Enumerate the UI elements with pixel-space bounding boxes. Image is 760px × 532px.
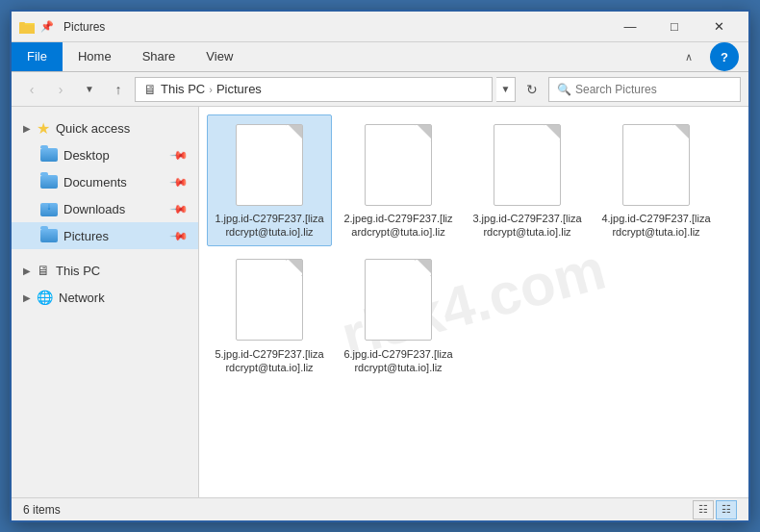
downloads-pin-icon: 📌 [169,199,190,219]
this-pc-label: This PC [56,264,100,278]
ribbon: File Home Share View ∧ ? [12,42,748,72]
ribbon-tabs: File Home Share View [12,42,248,71]
ribbon-collapse-button[interactable]: ∧ [675,51,702,63]
path-separator-1: › [209,84,213,95]
pc-icon: 🖥 [37,263,50,278]
network-icon: 🌐 [37,290,53,305]
list-item[interactable]: 5.jpg.id-C279F237.[lizardcrypt@tuta.io].… [207,250,332,382]
file-icon-4 [618,121,695,208]
status-count: 6 items [23,503,61,517]
desktop-label: Desktop [63,148,110,163]
tab-file[interactable]: File [12,42,63,71]
file-page-3 [494,124,561,206]
sidebar: ▶ ★ Quick access Desktop 📌 Documents 📌 [12,107,199,497]
svg-rect-3 [19,22,25,25]
list-item[interactable]: 3.jpg.id-C279F237.[lizardcrypt@tuta.io].… [465,114,590,246]
file-icon-1 [231,121,308,208]
file-name-4: 4.jpg.id-C279F237.[lizardcrypt@tuta.io].… [600,212,712,240]
expand-icon: ▶ [23,123,31,134]
view-controls: ☷ ☷ [693,500,737,519]
back-button[interactable]: ‹ [19,77,44,102]
desktop-folder-icon [40,148,58,162]
star-icon: ★ [37,119,50,138]
quick-access-label: Quick access [56,121,130,136]
download-arrow-icon: ↓ [47,201,52,212]
close-button[interactable]: ✕ [697,12,741,42]
file-grid: 1.jpg.id-C279F237.[lizardcrypt@tuta.io].… [207,114,741,381]
file-page-4 [622,124,690,206]
address-bar: ‹ › ▼ ↑ 🖥 This PC › Pictures ▼ ↻ 🔍 [12,72,748,107]
sidebar-item-downloads[interactable]: ↓ Downloads 📌 [12,195,198,222]
window-title: Pictures [63,20,105,34]
main-content: ▶ ★ Quick access Desktop 📌 Documents 📌 [12,107,748,497]
file-name-3: 3.jpg.id-C279F237.[lizardcrypt@tuta.io].… [471,212,583,240]
dropdown-button[interactable]: ▼ [77,77,102,102]
sidebar-item-desktop[interactable]: Desktop 📌 [12,141,198,168]
minimize-button[interactable]: — [608,12,652,42]
network-label: Network [59,291,105,305]
refresh-button[interactable]: ↻ [519,77,545,102]
svg-rect-2 [19,25,35,34]
file-area: risk4.com 1.jpg.id-C279F237.[lizardcrypt… [199,107,748,497]
sidebar-item-network[interactable]: ▶ 🌐 Network [12,284,198,311]
file-page-1 [236,124,303,206]
file-page-5 [236,259,303,341]
file-icon-5 [231,257,308,343]
folder-icon [19,19,35,35]
documents-pin-icon: 📌 [169,172,190,192]
list-item[interactable]: 4.jpg.id-C279F237.[lizardcrypt@tuta.io].… [594,114,719,246]
documents-folder-icon [40,175,58,189]
pictures-pin-icon: 📌 [169,226,190,246]
file-icon-2 [360,121,437,208]
pin-icon: 📌 [40,20,54,33]
search-box[interactable]: 🔍 [548,77,741,102]
title-bar-left: 📌 Pictures [19,19,608,35]
file-name-6: 6.jpg.id-C279F237.[lizardcrypt@tuta.io].… [342,347,454,375]
file-icon-3 [489,121,566,208]
up-button[interactable]: ↑ [106,77,131,102]
downloads-label: Downloads [63,202,125,216]
documents-label: Documents [63,175,127,190]
list-item[interactable]: 1.jpg.id-C279F237.[lizardcrypt@tuta.io].… [207,114,332,246]
file-page-2 [365,124,432,206]
sidebar-section-quick-access[interactable]: ▶ ★ Quick access [12,114,198,141]
sidebar-item-pictures[interactable]: Pictures 📌 [12,222,198,249]
this-pc-expand-icon: ▶ [23,266,31,276]
downloads-icon: ↓ [40,201,58,216]
maximize-button[interactable]: □ [652,12,697,42]
path-pc-icon: 🖥 [143,82,157,97]
sidebar-item-documents[interactable]: Documents 📌 [12,168,198,195]
file-name-5: 5.jpg.id-C279F237.[lizardcrypt@tuta.io].… [214,347,325,375]
pictures-folder-icon [40,229,58,242]
search-icon: 🔍 [557,83,571,96]
forward-button[interactable]: › [48,77,73,102]
sidebar-item-this-pc[interactable]: ▶ 🖥 This PC [12,257,198,284]
file-name-1: 1.jpg.id-C279F237.[lizardcrypt@tuta.io].… [214,212,325,240]
tab-share[interactable]: Share [127,42,191,71]
path-pictures: Pictures [216,82,262,96]
list-item[interactable]: 6.jpg.id-C279F237.[lizardcrypt@tuta.io].… [336,250,461,382]
tab-home[interactable]: Home [63,42,127,71]
help-button[interactable]: ? [710,42,739,71]
file-page-6 [365,259,432,341]
title-bar: 📌 Pictures — □ ✕ [12,12,748,42]
tab-view[interactable]: View [190,42,248,71]
window: 📌 Pictures — □ ✕ File Home Share View ∧ … [10,10,750,522]
status-bar: 6 items ☷ ☷ [12,497,748,520]
file-icon-6 [360,257,437,343]
desktop-pin-icon: 📌 [169,145,190,165]
ribbon-row: File Home Share View ∧ ? [12,42,748,71]
window-controls: — □ ✕ [608,12,741,42]
network-expand-icon: ▶ [23,292,31,303]
file-name-2: 2.jpeg.id-C279F237.[lizardcrypt@tuta.io]… [342,212,454,240]
path-this-pc[interactable]: This PC [161,82,205,96]
list-item[interactable]: 2.jpeg.id-C279F237.[lizardcrypt@tuta.io]… [336,114,461,246]
sidebar-spacer-1 [12,249,198,257]
list-view-button[interactable]: ☷ [693,500,714,519]
address-dropdown-button[interactable]: ▼ [496,77,516,102]
pictures-label: Pictures [63,229,109,243]
address-path[interactable]: 🖥 This PC › Pictures [135,77,493,102]
search-input[interactable] [575,83,732,96]
grid-view-button[interactable]: ☷ [716,500,737,519]
